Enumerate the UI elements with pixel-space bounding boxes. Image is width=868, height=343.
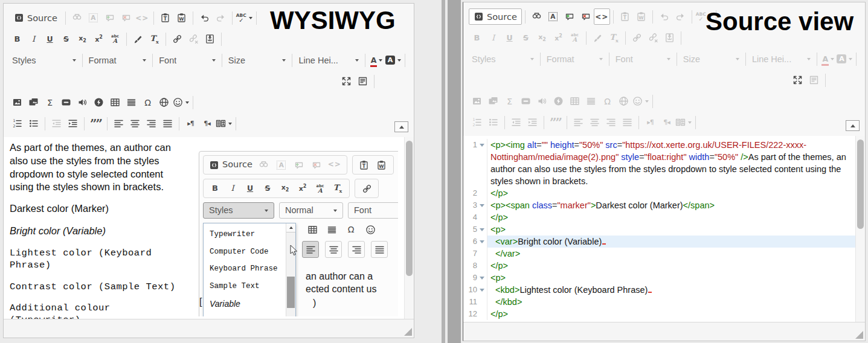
source-code-line[interactable]: 11 </kbd> (463, 296, 855, 308)
paste-word-button[interactable]: W (633, 8, 649, 25)
find-button[interactable] (529, 8, 545, 25)
bidi-rtl-button[interactable]: ¶◂ (199, 115, 215, 132)
replace-button[interactable]: A (545, 8, 561, 25)
code-fold-arrow-icon[interactable] (479, 284, 485, 296)
special-char-button[interactable]: Ω (140, 94, 156, 111)
source-code-line[interactable]: 3<p><span class="marker">Darkest color (… (463, 199, 855, 211)
special-char-button[interactable]: Ω (599, 93, 616, 109)
image-button[interactable] (469, 93, 485, 109)
paste-text-button[interactable]: T (617, 8, 633, 25)
math-button[interactable]: Σ (501, 93, 518, 109)
paste-text-button[interactable]: T (157, 10, 173, 26)
remove-format-button[interactable]: Tx (606, 30, 622, 46)
format-dropdown[interactable]: Format (544, 51, 606, 66)
scrollbar-thumb[interactable] (857, 139, 864, 229)
align-justify-button[interactable] (619, 114, 635, 130)
maximize-button[interactable] (338, 73, 355, 89)
undo-button[interactable] (196, 10, 213, 26)
source-code-line[interactable]: 12</p> (463, 308, 855, 320)
comment-remove-button[interactable] (118, 10, 134, 26)
find-button[interactable] (69, 10, 85, 26)
superscript-button[interactable]: x2 (91, 31, 107, 47)
align-right-button[interactable] (603, 114, 619, 130)
resize-grip[interactable] (855, 331, 863, 339)
background-color-button[interactable]: A (385, 52, 402, 68)
copy-formatting-button[interactable] (590, 30, 606, 46)
font-dropdown[interactable]: Font (612, 51, 674, 66)
collapse-toolbar-button[interactable] (394, 121, 408, 132)
numbered-list-button[interactable]: 12 (469, 114, 485, 130)
wysiwyg-vertical-scrollbar[interactable] (404, 137, 414, 319)
underline-button[interactable]: U (501, 30, 518, 46)
image-gallery-button[interactable] (485, 93, 501, 109)
smiley-button[interactable] (632, 93, 649, 109)
bidi-rtl-button[interactable]: ¶◂ (658, 114, 675, 130)
source-vertical-scrollbar[interactable] (855, 136, 865, 322)
bidi-ltr-button[interactable]: ▸¶ (642, 114, 658, 130)
show-blocks-button[interactable] (355, 73, 371, 89)
source-code-line[interactable]: 9<p> (463, 272, 855, 284)
smiley-button[interactable] (172, 94, 190, 111)
superscript-button[interactable]: x2 (550, 30, 567, 46)
text-color-button[interactable]: A (820, 51, 837, 67)
font-dropdown[interactable]: Font (156, 53, 219, 68)
redo-button[interactable] (672, 8, 689, 25)
anchor-button[interactable] (661, 30, 678, 46)
align-left-button[interactable] (570, 114, 587, 130)
blockquote-button[interactable]: ”” (88, 115, 104, 132)
strikethrough-button[interactable]: S (518, 30, 534, 46)
iframe-button[interactable] (616, 93, 632, 109)
resize-grip[interactable] (404, 328, 412, 336)
link-button[interactable] (629, 30, 645, 46)
source-code-area[interactable]: 1<p><img alt="" height="50%" src="https:… (463, 136, 855, 322)
source-code-line[interactable]: 2</p> (463, 187, 855, 199)
show-blocks-button[interactable] (806, 72, 822, 88)
source-code-line[interactable]: 6 <var>Bright color (Variable) (463, 236, 855, 248)
italic-button[interactable]: I (25, 31, 42, 47)
source-code-line[interactable]: 10 <kbd>Lightest color (Keyboard Phrase) (463, 284, 855, 296)
replace-button[interactable]: A (85, 10, 101, 26)
subscript-button[interactable]: x2 (74, 31, 91, 47)
subscript-button[interactable]: x2 (534, 30, 550, 46)
italic-button[interactable]: I (485, 30, 501, 46)
strikethrough-button[interactable]: S (58, 31, 74, 47)
language-button[interactable] (215, 115, 233, 132)
code-fold-arrow-icon[interactable] (479, 272, 485, 284)
align-center-button[interactable] (127, 115, 143, 132)
link-button[interactable] (169, 31, 185, 47)
align-justify-button[interactable] (159, 115, 176, 132)
align-right-button[interactable] (143, 115, 159, 132)
code-fold-arrow-icon[interactable] (479, 139, 485, 151)
undo-button[interactable] (656, 8, 672, 25)
table-button[interactable] (567, 93, 583, 109)
background-color-button[interactable]: A (837, 51, 853, 67)
language-button[interactable] (675, 114, 692, 130)
copy-formatting-button[interactable] (130, 31, 146, 47)
maximize-button[interactable] (789, 72, 806, 88)
bulleted-list-button[interactable] (25, 115, 42, 132)
unlink-button[interactable] (645, 30, 661, 46)
code-fold-arrow-icon[interactable] (479, 223, 485, 236)
blockquote-button[interactable]: ”” (547, 114, 564, 130)
source-code-line[interactable]: 5<p> (463, 223, 855, 236)
size-dropdown[interactable]: Size (225, 53, 289, 68)
underline-button[interactable]: U (42, 31, 58, 47)
line-height-dropdown[interactable]: Line Hei... (749, 51, 814, 66)
change-case-button[interactable]: abcA (567, 30, 583, 46)
styles-dropdown[interactable]: Styles (469, 51, 537, 66)
bidi-ltr-button[interactable]: ▸¶ (182, 115, 199, 132)
source-button[interactable]: Source (9, 10, 62, 26)
horizontal-rule-button[interactable] (583, 93, 599, 109)
format-dropdown[interactable]: Format (86, 53, 150, 68)
numbered-list-button[interactable]: 12 (9, 115, 25, 132)
align-left-button[interactable] (111, 115, 127, 132)
size-dropdown[interactable]: Size (680, 51, 742, 66)
source-button[interactable]: Source (469, 8, 522, 25)
math-button[interactable]: Σ (42, 94, 58, 111)
align-center-button[interactable] (587, 114, 603, 130)
image-gallery-button[interactable] (25, 94, 42, 111)
horizontal-rule-button[interactable] (123, 94, 140, 111)
embed-flash-button[interactable] (550, 93, 567, 109)
iframe-button[interactable] (156, 94, 172, 111)
image-button[interactable] (9, 94, 25, 111)
